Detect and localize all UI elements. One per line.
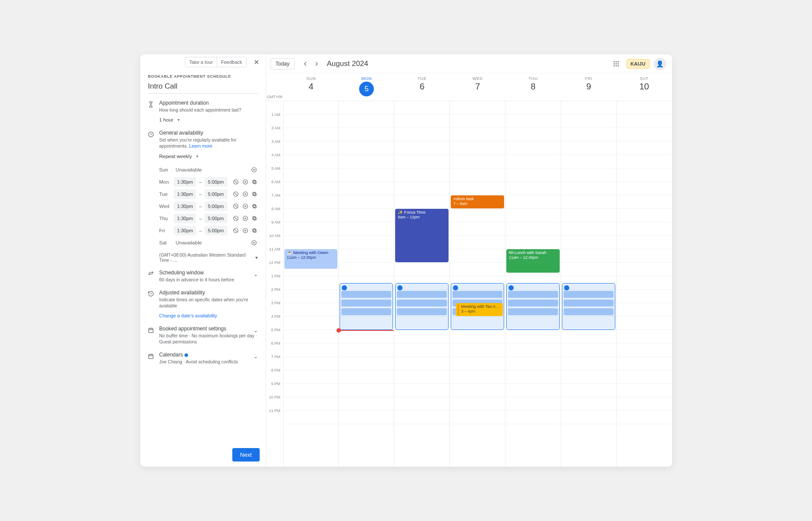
hour-label: 3 AM — [266, 139, 283, 153]
day-col-mon[interactable] — [339, 101, 394, 467]
availability-row: Mon1:30pm–5:00pm — [159, 176, 258, 188]
day-header[interactable]: SUN4 — [284, 73, 339, 101]
availability-day-label: Mon — [159, 179, 171, 185]
add-availability-icon[interactable] — [242, 190, 248, 198]
day-header[interactable]: WED7 — [450, 73, 505, 101]
availability-row: Thu1:30pm–5:00pm — [159, 212, 258, 224]
svg-point-33 — [617, 65, 619, 66]
day-header[interactable]: SAT10 — [617, 73, 672, 101]
remove-availability-icon[interactable] — [233, 190, 239, 198]
section-booked-settings[interactable]: Booked appointment settings No buffer ti… — [148, 326, 258, 345]
end-time-input[interactable]: 5:00pm — [205, 201, 228, 211]
section-scheduling-window[interactable]: Scheduling window 60 days in advance to … — [148, 270, 258, 283]
end-time-input[interactable]: 5:00pm — [205, 189, 228, 199]
hour-label: 2 PM — [266, 287, 283, 301]
take-a-tour-button[interactable]: Take a tour — [185, 57, 217, 67]
day-header[interactable]: TUE6 — [394, 73, 450, 101]
change-date-availability-link[interactable]: Change a date's availability — [159, 313, 218, 318]
section-availability: General availability Set when you're reg… — [148, 130, 258, 262]
appointment-slot-block[interactable] — [506, 283, 560, 330]
svg-rect-17 — [253, 216, 255, 219]
copy-availability-icon[interactable] — [251, 178, 257, 186]
day-header[interactable]: MON5 — [339, 73, 394, 101]
start-time-input[interactable]: 1:30pm — [174, 177, 197, 187]
day-header[interactable]: THU8 — [505, 73, 561, 101]
schedule-title-input[interactable]: Intro Call — [148, 80, 258, 94]
appointment-slot-block[interactable] — [395, 283, 449, 330]
start-time-input[interactable]: 1:30pm — [174, 226, 197, 235]
calendar-event[interactable]: 🍽 Lunch with Sarah11am – 12:45pm — [506, 249, 560, 273]
month-label[interactable]: August 2024 — [327, 59, 368, 68]
day-header[interactable]: FRI9 — [561, 73, 617, 101]
start-time-input[interactable]: 1:30pm — [174, 189, 197, 199]
copy-availability-icon[interactable] — [251, 190, 257, 198]
start-time-input[interactable]: 1:30pm — [174, 201, 197, 211]
chevron-down-icon[interactable]: ⌄ — [254, 353, 258, 359]
prev-week-button[interactable] — [300, 59, 310, 69]
now-indicator — [338, 330, 394, 331]
hour-label: 5 PM — [266, 328, 283, 341]
copy-availability-icon[interactable] — [251, 202, 257, 210]
tour-feedback-toggle: Take a tour Feedback — [185, 57, 247, 67]
day-col-tue[interactable]: ✨ Focus Time8am – 12pm — [394, 101, 450, 467]
start-time-input[interactable]: 1:30pm — [174, 214, 197, 223]
next-week-button[interactable] — [311, 59, 322, 69]
add-availability-icon[interactable] — [242, 214, 248, 222]
timezone-dropdown[interactable]: (GMT+08:00) Australian Western Standard … — [159, 252, 258, 263]
availability-unavailable: Unavailable — [176, 240, 202, 245]
availability-row: Wed1:30pm–5:00pm — [159, 200, 258, 212]
add-availability-icon[interactable] — [242, 178, 248, 186]
day-col-sat[interactable] — [617, 101, 672, 467]
duration-subtitle: How long should each appointment last? — [159, 107, 258, 113]
apps-grid-icon[interactable] — [610, 58, 622, 70]
remove-availability-icon[interactable] — [233, 178, 239, 186]
duration-dropdown[interactable]: 1 hour — [159, 117, 180, 122]
copy-availability-icon[interactable] — [251, 214, 257, 222]
panel-eyebrow: BOOKABLE APPOINTMENT SCHEDULE — [148, 74, 258, 79]
end-time-input[interactable]: 5:00pm — [205, 226, 228, 235]
today-button[interactable]: Today — [271, 58, 295, 69]
appointment-slot-block[interactable] — [340, 283, 393, 330]
account-avatar[interactable]: 👤 — [654, 58, 666, 70]
section-calendars[interactable]: Calendars Joe Chiang · Avoid scheduling … — [148, 352, 258, 365]
chevron-down-icon[interactable]: ⌄ — [254, 271, 258, 277]
calendar-event[interactable]: ✨ Focus Time8am – 12pm — [395, 209, 449, 262]
remove-availability-icon[interactable] — [233, 227, 239, 234]
svg-rect-13 — [253, 204, 255, 207]
svg-rect-24 — [149, 354, 153, 359]
remove-availability-icon[interactable] — [233, 214, 239, 222]
learn-more-link[interactable]: Learn more — [189, 143, 212, 148]
availability-row: Tue1:30pm–5:00pm — [159, 188, 258, 200]
close-icon[interactable]: ✕ — [252, 57, 261, 67]
calendar-event[interactable]: Admin task7 – 8am — [451, 195, 504, 208]
calendar-event[interactable]: ☕ Meeting with Owen11am – 12:30pm — [284, 249, 338, 269]
day-col-sun[interactable]: ☕ Meeting with Owen11am – 12:30pm — [284, 101, 339, 467]
remove-availability-icon[interactable] — [233, 202, 239, 210]
hour-label: 7 AM — [266, 193, 283, 207]
next-button[interactable]: Next — [232, 448, 260, 462]
hour-label: 6 PM — [266, 341, 283, 355]
week-grid[interactable]: 1 AM2 AM3 AM4 AM5 AM6 AM7 AM8 AM9 AM10 A… — [266, 101, 672, 467]
schedule-chip-icon — [453, 285, 458, 290]
add-availability-icon[interactable] — [242, 202, 248, 210]
repeat-dropdown[interactable]: Repeat weekly — [159, 154, 198, 159]
calendar-icon — [147, 352, 155, 360]
appointment-slot-block[interactable] — [562, 283, 615, 330]
dot-indicator-icon — [185, 353, 188, 357]
availability-unavailable: Unavailable — [176, 167, 202, 172]
hour-label: 1 PM — [266, 274, 283, 287]
availability-day-label: Fri — [159, 228, 171, 233]
chevron-down-icon[interactable]: ⌄ — [254, 327, 258, 333]
feedback-button[interactable]: Feedback — [217, 57, 246, 67]
add-availability-icon[interactable] — [250, 239, 258, 247]
add-availability-icon[interactable] — [250, 166, 258, 174]
add-availability-icon[interactable] — [242, 227, 248, 234]
copy-availability-icon[interactable] — [251, 227, 257, 234]
end-time-input[interactable]: 5:00pm — [205, 177, 228, 187]
end-time-input[interactable]: 5:00pm — [205, 214, 228, 223]
calendar-event[interactable]: Meeting with Tax Agent3 – 4pm — [456, 303, 503, 316]
day-col-fri[interactable] — [561, 101, 617, 467]
svg-point-27 — [617, 61, 619, 63]
day-col-thu[interactable]: 🍽 Lunch with Sarah11am – 12:45pm — [505, 101, 561, 467]
day-col-wed[interactable]: Admin task7 – 8amMeeting with Tax Agent3… — [450, 101, 505, 467]
